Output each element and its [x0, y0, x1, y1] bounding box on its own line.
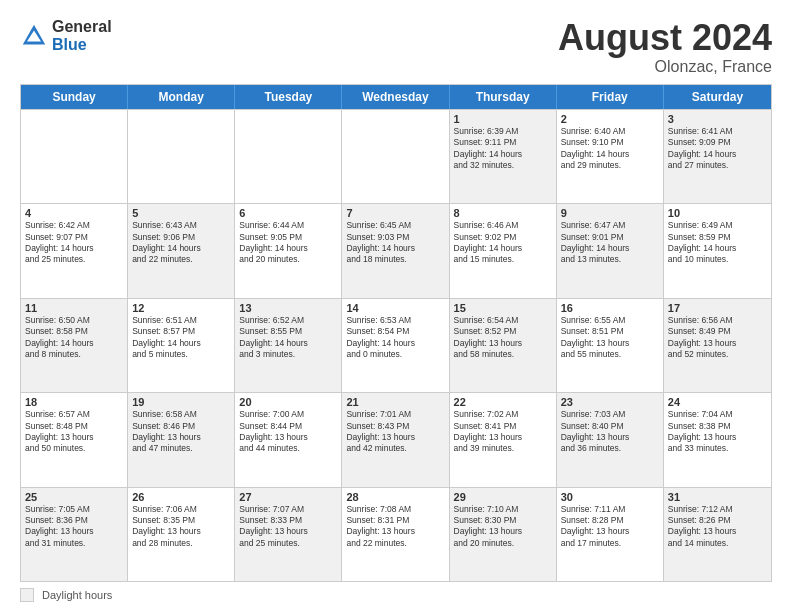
day-number: 15: [454, 302, 552, 314]
day-number: 25: [25, 491, 123, 503]
header: General Blue August 2024 Olonzac, France: [20, 18, 772, 76]
calendar-cell: 20Sunrise: 7:00 AM Sunset: 8:44 PM Dayli…: [235, 393, 342, 486]
calendar-cell: 3Sunrise: 6:41 AM Sunset: 9:09 PM Daylig…: [664, 110, 771, 203]
day-number: 6: [239, 207, 337, 219]
calendar-cell: 31Sunrise: 7:12 AM Sunset: 8:26 PM Dayli…: [664, 488, 771, 581]
day-info: Sunrise: 7:05 AM Sunset: 8:36 PM Dayligh…: [25, 504, 123, 550]
day-number: 11: [25, 302, 123, 314]
day-info: Sunrise: 7:00 AM Sunset: 8:44 PM Dayligh…: [239, 409, 337, 455]
footer: Daylight hours: [20, 588, 772, 602]
calendar-cell: 23Sunrise: 7:03 AM Sunset: 8:40 PM Dayli…: [557, 393, 664, 486]
day-number: 20: [239, 396, 337, 408]
day-number: 12: [132, 302, 230, 314]
daylight-label: Daylight hours: [42, 589, 112, 601]
day-info: Sunrise: 6:39 AM Sunset: 9:11 PM Dayligh…: [454, 126, 552, 172]
daylight-swatch: [20, 588, 34, 602]
calendar-cell: [342, 110, 449, 203]
logo-blue: Blue: [52, 36, 112, 54]
calendar-cell: 5Sunrise: 6:43 AM Sunset: 9:06 PM Daylig…: [128, 204, 235, 297]
day-info: Sunrise: 7:11 AM Sunset: 8:28 PM Dayligh…: [561, 504, 659, 550]
calendar-cell: 19Sunrise: 6:58 AM Sunset: 8:46 PM Dayli…: [128, 393, 235, 486]
calendar-cell: [128, 110, 235, 203]
calendar-cell: 28Sunrise: 7:08 AM Sunset: 8:31 PM Dayli…: [342, 488, 449, 581]
day-info: Sunrise: 6:46 AM Sunset: 9:02 PM Dayligh…: [454, 220, 552, 266]
calendar-cell: 6Sunrise: 6:44 AM Sunset: 9:05 PM Daylig…: [235, 204, 342, 297]
day-info: Sunrise: 6:44 AM Sunset: 9:05 PM Dayligh…: [239, 220, 337, 266]
day-number: 31: [668, 491, 767, 503]
day-number: 3: [668, 113, 767, 125]
day-info: Sunrise: 6:50 AM Sunset: 8:58 PM Dayligh…: [25, 315, 123, 361]
calendar-header-day: Thursday: [450, 85, 557, 109]
calendar-header-day: Wednesday: [342, 85, 449, 109]
calendar-week-row: 11Sunrise: 6:50 AM Sunset: 8:58 PM Dayli…: [21, 298, 771, 392]
calendar-cell: 7Sunrise: 6:45 AM Sunset: 9:03 PM Daylig…: [342, 204, 449, 297]
day-number: 28: [346, 491, 444, 503]
day-info: Sunrise: 6:53 AM Sunset: 8:54 PM Dayligh…: [346, 315, 444, 361]
day-info: Sunrise: 7:03 AM Sunset: 8:40 PM Dayligh…: [561, 409, 659, 455]
calendar-cell: 24Sunrise: 7:04 AM Sunset: 8:38 PM Dayli…: [664, 393, 771, 486]
calendar-cell: 17Sunrise: 6:56 AM Sunset: 8:49 PM Dayli…: [664, 299, 771, 392]
calendar-cell: 4Sunrise: 6:42 AM Sunset: 9:07 PM Daylig…: [21, 204, 128, 297]
calendar-cell: 12Sunrise: 6:51 AM Sunset: 8:57 PM Dayli…: [128, 299, 235, 392]
day-number: 22: [454, 396, 552, 408]
day-info: Sunrise: 6:49 AM Sunset: 8:59 PM Dayligh…: [668, 220, 767, 266]
calendar-header-day: Sunday: [21, 85, 128, 109]
day-number: 4: [25, 207, 123, 219]
calendar-cell: 11Sunrise: 6:50 AM Sunset: 8:58 PM Dayli…: [21, 299, 128, 392]
day-number: 2: [561, 113, 659, 125]
calendar-header-day: Tuesday: [235, 85, 342, 109]
day-number: 19: [132, 396, 230, 408]
calendar-cell: 8Sunrise: 6:46 AM Sunset: 9:02 PM Daylig…: [450, 204, 557, 297]
day-info: Sunrise: 6:55 AM Sunset: 8:51 PM Dayligh…: [561, 315, 659, 361]
day-info: Sunrise: 6:45 AM Sunset: 9:03 PM Dayligh…: [346, 220, 444, 266]
calendar-week-row: 18Sunrise: 6:57 AM Sunset: 8:48 PM Dayli…: [21, 392, 771, 486]
calendar-cell: 14Sunrise: 6:53 AM Sunset: 8:54 PM Dayli…: [342, 299, 449, 392]
day-info: Sunrise: 6:58 AM Sunset: 8:46 PM Dayligh…: [132, 409, 230, 455]
day-info: Sunrise: 7:08 AM Sunset: 8:31 PM Dayligh…: [346, 504, 444, 550]
day-info: Sunrise: 6:41 AM Sunset: 9:09 PM Dayligh…: [668, 126, 767, 172]
calendar-cell: 1Sunrise: 6:39 AM Sunset: 9:11 PM Daylig…: [450, 110, 557, 203]
calendar-cell: 29Sunrise: 7:10 AM Sunset: 8:30 PM Dayli…: [450, 488, 557, 581]
calendar-header-day: Saturday: [664, 85, 771, 109]
day-info: Sunrise: 6:42 AM Sunset: 9:07 PM Dayligh…: [25, 220, 123, 266]
day-info: Sunrise: 7:07 AM Sunset: 8:33 PM Dayligh…: [239, 504, 337, 550]
day-info: Sunrise: 7:12 AM Sunset: 8:26 PM Dayligh…: [668, 504, 767, 550]
day-info: Sunrise: 7:02 AM Sunset: 8:41 PM Dayligh…: [454, 409, 552, 455]
calendar-cell: 18Sunrise: 6:57 AM Sunset: 8:48 PM Dayli…: [21, 393, 128, 486]
day-number: 13: [239, 302, 337, 314]
calendar-cell: [235, 110, 342, 203]
day-number: 29: [454, 491, 552, 503]
day-info: Sunrise: 6:56 AM Sunset: 8:49 PM Dayligh…: [668, 315, 767, 361]
day-number: 26: [132, 491, 230, 503]
calendar-cell: 27Sunrise: 7:07 AM Sunset: 8:33 PM Dayli…: [235, 488, 342, 581]
calendar-cell: 2Sunrise: 6:40 AM Sunset: 9:10 PM Daylig…: [557, 110, 664, 203]
calendar-cell: 10Sunrise: 6:49 AM Sunset: 8:59 PM Dayli…: [664, 204, 771, 297]
day-info: Sunrise: 6:47 AM Sunset: 9:01 PM Dayligh…: [561, 220, 659, 266]
day-number: 30: [561, 491, 659, 503]
day-number: 8: [454, 207, 552, 219]
calendar-cell: 15Sunrise: 6:54 AM Sunset: 8:52 PM Dayli…: [450, 299, 557, 392]
calendar-cell: 22Sunrise: 7:02 AM Sunset: 8:41 PM Dayli…: [450, 393, 557, 486]
calendar-cell: [21, 110, 128, 203]
calendar-body: 1Sunrise: 6:39 AM Sunset: 9:11 PM Daylig…: [21, 109, 771, 581]
day-info: Sunrise: 6:40 AM Sunset: 9:10 PM Dayligh…: [561, 126, 659, 172]
page: General Blue August 2024 Olonzac, France…: [0, 0, 792, 612]
day-number: 9: [561, 207, 659, 219]
day-number: 21: [346, 396, 444, 408]
calendar-cell: 25Sunrise: 7:05 AM Sunset: 8:36 PM Dayli…: [21, 488, 128, 581]
day-info: Sunrise: 6:54 AM Sunset: 8:52 PM Dayligh…: [454, 315, 552, 361]
location: Olonzac, France: [558, 58, 772, 76]
logo-general: General: [52, 18, 112, 36]
month-title: August 2024: [558, 18, 772, 58]
calendar-cell: 21Sunrise: 7:01 AM Sunset: 8:43 PM Dayli…: [342, 393, 449, 486]
day-number: 10: [668, 207, 767, 219]
day-number: 18: [25, 396, 123, 408]
calendar-header-day: Monday: [128, 85, 235, 109]
day-info: Sunrise: 6:51 AM Sunset: 8:57 PM Dayligh…: [132, 315, 230, 361]
calendar-week-row: 4Sunrise: 6:42 AM Sunset: 9:07 PM Daylig…: [21, 203, 771, 297]
day-number: 27: [239, 491, 337, 503]
day-number: 17: [668, 302, 767, 314]
day-number: 23: [561, 396, 659, 408]
day-info: Sunrise: 7:06 AM Sunset: 8:35 PM Dayligh…: [132, 504, 230, 550]
calendar-cell: 13Sunrise: 6:52 AM Sunset: 8:55 PM Dayli…: [235, 299, 342, 392]
